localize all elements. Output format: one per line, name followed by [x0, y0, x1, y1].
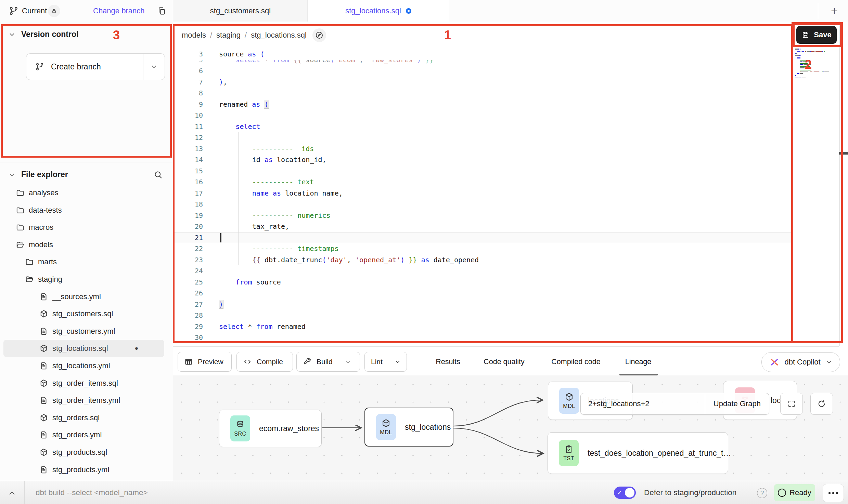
- code-line[interactable]: 28: [173, 310, 791, 321]
- code-line[interactable]: 25from source: [173, 277, 791, 288]
- lineage-refresh-button[interactable]: [810, 393, 833, 415]
- file-tree-item-stg_products-sql[interactable]: stg_products.sql: [3, 444, 164, 461]
- code-token: ---------- timestamps: [252, 244, 339, 253]
- code-line[interactable]: 27): [173, 299, 791, 310]
- chevron-down-icon: [825, 359, 832, 366]
- code-line[interactable]: 10: [173, 110, 791, 121]
- code-line[interactable]: 21: [173, 232, 791, 243]
- code-token: date_opened: [434, 256, 479, 264]
- help-icon[interactable]: ?: [757, 488, 767, 498]
- editor-tab-stg_customers-sql[interactable]: stg_customers.sql: [173, 0, 308, 22]
- compile-button[interactable]: Compile: [236, 352, 293, 372]
- file-name: stg_products.sql: [52, 448, 107, 457]
- lineage-search-input[interactable]: 2+stg_locations+2: [581, 399, 705, 408]
- file-tree-item-data-tests[interactable]: data-tests: [3, 202, 164, 219]
- file-tree-item-marts[interactable]: marts: [3, 253, 164, 270]
- indent-guide: [221, 110, 221, 288]
- file-tree-item-macros[interactable]: macros: [3, 219, 164, 236]
- file-tree-item-stg_locations-yml[interactable]: stg_locations.yml: [3, 357, 164, 374]
- code-token: from: [256, 322, 277, 331]
- command-input[interactable]: dbt build --select <model_name>: [36, 481, 148, 504]
- code-line[interactable]: 23{{ dbt.date_trunc('day', 'opened_at') …: [173, 254, 791, 266]
- copilot-compass-icon[interactable]: [312, 28, 326, 42]
- code-line[interactable]: 8: [173, 88, 791, 99]
- file-explorer-header[interactable]: File explorer: [8, 170, 68, 179]
- more-options-button[interactable]: [823, 484, 844, 502]
- search-icon[interactable]: [153, 170, 163, 180]
- lineage-fullscreen-button[interactable]: [780, 393, 803, 415]
- file-tree-item-stg_order_items-sql[interactable]: stg_order_items.sql: [3, 375, 164, 392]
- change-branch-link[interactable]: Change branch: [93, 0, 144, 22]
- code-line[interactable]: 30: [173, 332, 791, 343]
- lineage-node-mdl[interactable]: MDLstg_locations: [364, 408, 453, 447]
- file-tree-item-analyses[interactable]: analyses: [3, 184, 164, 201]
- code-line[interactable]: 26: [173, 288, 791, 299]
- status-ready-badge[interactable]: Ready: [774, 484, 815, 501]
- create-branch-dropdown[interactable]: [143, 54, 165, 80]
- code-line-content: [219, 88, 791, 99]
- code-line[interactable]: 13---------- ids: [173, 143, 791, 155]
- code-line[interactable]: 3source as (: [173, 49, 791, 60]
- code-line[interactable]: 17name as location_name,: [173, 188, 791, 199]
- file-tree-item-stg_customers-sql[interactable]: stg_customers.sql: [3, 305, 164, 322]
- file-tree-item-models[interactable]: models: [3, 236, 164, 253]
- code-line[interactable]: 24: [173, 265, 791, 277]
- code-line[interactable]: 20tax_rate,: [173, 221, 791, 232]
- file-tree-item-staging[interactable]: staging: [3, 271, 164, 288]
- file-tree-item-stg_orders-sql[interactable]: stg_orders.sql: [3, 409, 164, 426]
- file-tree-item-stg_customers-yml[interactable]: stg_customers.yml: [3, 323, 164, 340]
- editor-tab-stg_locations-sql[interactable]: stg_locations.sql: [307, 0, 449, 22]
- lineage-node-src[interactable]: SRCecom.raw_stores: [219, 410, 322, 447]
- code-line[interactable]: 14id as location_id,: [173, 154, 791, 165]
- lineage-node-tst[interactable]: TSTtest_does_location_opened_at_trunc_t…: [548, 432, 728, 474]
- save-button[interactable]: Save: [796, 26, 837, 44]
- code-line[interactable]: 7),: [173, 77, 791, 88]
- file-tree-item-stg_locations-sql[interactable]: stg_locations.sql•: [3, 340, 164, 357]
- file-tree-item-stg_products-yml[interactable]: stg_products.yml: [3, 461, 164, 478]
- code-line[interactable]: 19---------- numerics: [173, 210, 791, 221]
- copy-branch-icon[interactable]: [157, 6, 166, 16]
- line-number: 25: [173, 277, 207, 288]
- code-line[interactable]: 11select: [173, 121, 791, 132]
- code-editor[interactable]: 3source as (5select * from {{ source('ec…: [173, 49, 791, 346]
- line-number: 8: [173, 88, 207, 99]
- file-tree-item-stg_order_items-yml[interactable]: stg_order_items.yml: [3, 392, 164, 409]
- divider: [173, 346, 839, 347]
- tab-results[interactable]: Results: [436, 348, 460, 375]
- preview-button[interactable]: Preview: [178, 352, 232, 372]
- code-line[interactable]: 22---------- timestamps: [173, 243, 791, 254]
- code-line[interactable]: 5select * from {{ source('ecom', 'raw_st…: [173, 60, 791, 65]
- tab-compiled-code[interactable]: Compiled code: [551, 348, 600, 375]
- lint-button[interactable]: Lint: [364, 352, 407, 372]
- dbt-copilot-button[interactable]: dbt Copilot: [761, 352, 840, 372]
- lineage-search[interactable]: 2+stg_locations+2 Update Graph: [580, 393, 769, 415]
- build-button[interactable]: Build: [296, 352, 360, 372]
- file-tree-item-stg_orders-yml[interactable]: stg_orders.yml: [3, 426, 164, 443]
- tab-code-quality[interactable]: Code quality: [484, 348, 525, 375]
- lint-dropdown[interactable]: [389, 352, 407, 371]
- button-label: Lint: [371, 358, 383, 366]
- new-tab-button[interactable]: +: [824, 0, 845, 22]
- code-line[interactable]: 18: [173, 199, 791, 210]
- defer-toggle[interactable]: ✓: [614, 487, 636, 499]
- chevron-up-icon[interactable]: [8, 489, 16, 498]
- code-line[interactable]: 15: [173, 165, 791, 177]
- tab-lineage[interactable]: Lineage: [625, 348, 652, 375]
- version-control-header[interactable]: Version control: [8, 30, 78, 39]
- code-line[interactable]: 16---------- text: [173, 176, 791, 188]
- file-tree-item-__sources-yml[interactable]: __sources.yml: [3, 288, 164, 305]
- code-line[interactable]: 9renamed as (: [173, 99, 791, 110]
- button-label-wrap: Preview: [178, 357, 230, 366]
- editor-minimap[interactable]: [795, 47, 829, 79]
- update-graph-button[interactable]: Update Graph: [705, 393, 769, 414]
- code-line[interactable]: 29select * from renamed: [173, 321, 791, 332]
- build-dropdown[interactable]: [339, 352, 357, 371]
- current-branch-label: Current: [22, 0, 47, 22]
- code-line-content: [219, 332, 791, 343]
- code-line[interactable]: 12: [173, 132, 791, 143]
- file-name: stg_customers.sql: [52, 309, 113, 318]
- panel-resize-handle[interactable]: [839, 152, 848, 155]
- code-line[interactable]: 6: [173, 65, 791, 77]
- create-branch-button[interactable]: Create branch: [26, 53, 165, 80]
- minimap-line: [795, 48, 829, 48]
